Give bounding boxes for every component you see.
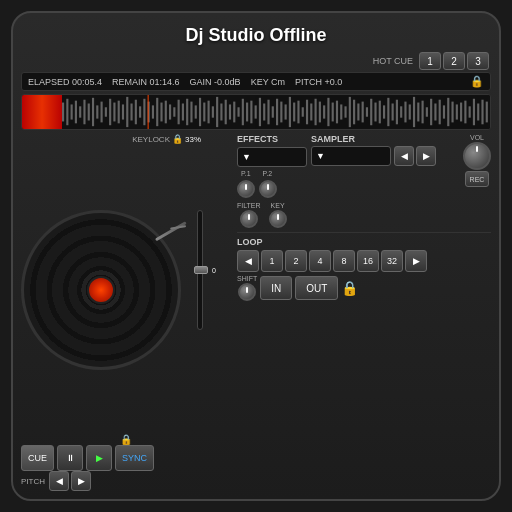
key-knob[interactable]: [269, 210, 287, 228]
loop-prev-button[interactable]: ◀: [237, 250, 259, 272]
loop-in-button[interactable]: IN: [260, 276, 292, 300]
info-lock-icon: 🔒: [470, 75, 484, 88]
svg-rect-1: [62, 103, 64, 122]
svg-rect-91: [447, 98, 449, 126]
loop-btn-8[interactable]: 8: [333, 250, 355, 272]
sampler-group: SAMPLER ▼ ◀ ▶: [311, 134, 436, 166]
loop-in-out-row: SHIFT IN OUT 🔒: [237, 275, 491, 301]
loop-label: LOOP: [237, 237, 491, 247]
filter-knob[interactable]: [240, 210, 258, 228]
svg-rect-65: [336, 101, 338, 124]
left-section: KEYLOCK 🔒 33% 0: [21, 134, 231, 491]
elapsed-text: ELAPSED 00:05.4: [28, 77, 102, 87]
svg-rect-6: [83, 100, 85, 125]
effects-dropdown[interactable]: ▼: [237, 147, 307, 167]
keylock-lock-icon: 🔒: [172, 134, 183, 144]
pitch-prev-button[interactable]: ◀: [49, 471, 69, 491]
key-text: KEY Cm: [251, 77, 285, 87]
hot-cue-label: HOT CUE: [373, 56, 413, 66]
effects-group: EFFECTS ▼ P.1 P.2: [237, 134, 307, 198]
pitch-nav-row: PITCH ◀ ▶: [21, 471, 231, 491]
loop-btn-16[interactable]: 16: [357, 250, 379, 272]
svg-rect-81: [404, 102, 406, 123]
sampler-dropdown[interactable]: ▼: [311, 146, 391, 166]
hot-cue-btn-2[interactable]: 2: [443, 52, 465, 70]
svg-rect-5: [79, 106, 81, 117]
loop-out-button[interactable]: OUT: [295, 276, 338, 300]
svg-rect-14: [118, 101, 120, 124]
gain-text: GAIN -0.0dB: [190, 77, 241, 87]
svg-rect-40: [229, 104, 231, 119]
svg-rect-7: [88, 104, 90, 121]
loop-btn-1[interactable]: 1: [261, 250, 283, 272]
turntable[interactable]: [21, 210, 181, 370]
svg-rect-38: [220, 104, 222, 121]
svg-rect-59: [310, 104, 312, 121]
svg-rect-31: [190, 102, 192, 123]
effects-knob-p1[interactable]: [237, 180, 255, 198]
svg-rect-92: [451, 102, 453, 123]
shift-knob[interactable]: [238, 283, 256, 301]
keylock-percent: 33%: [185, 135, 201, 144]
cue-button[interactable]: CUE: [21, 445, 54, 471]
svg-rect-41: [233, 102, 235, 123]
svg-rect-34: [203, 103, 205, 122]
effects-knob-p2[interactable]: [259, 180, 277, 198]
shift-group: SHIFT: [237, 275, 257, 301]
remain-text: REMAIN 01:14.6: [112, 77, 180, 87]
svg-rect-23: [156, 98, 158, 126]
p2-label: P.2: [263, 170, 273, 177]
loop-next-button[interactable]: ▶: [405, 250, 427, 272]
svg-rect-35: [208, 101, 210, 124]
svg-rect-86: [426, 107, 428, 116]
hot-cue-btn-3[interactable]: 3: [467, 52, 489, 70]
key-label: KEY: [271, 202, 285, 209]
svg-rect-45: [250, 101, 252, 124]
pitch-next-button[interactable]: ▶: [71, 471, 91, 491]
svg-rect-10: [101, 102, 103, 123]
svg-rect-44: [246, 103, 248, 122]
pause-button[interactable]: ⏸: [57, 445, 83, 471]
loop-btn-2[interactable]: 2: [285, 250, 307, 272]
sampler-dropdown-row: ▼ ◀ ▶: [311, 146, 436, 166]
sync-button[interactable]: SYNC: [115, 445, 154, 471]
svg-rect-33: [199, 98, 201, 126]
svg-rect-60: [315, 99, 317, 125]
svg-rect-26: [169, 104, 171, 119]
sampler-prev-button[interactable]: ◀: [394, 146, 414, 166]
sampler-next-button[interactable]: ▶: [416, 146, 436, 166]
rec-button[interactable]: REC: [465, 171, 490, 187]
pitch-track[interactable]: 0: [197, 210, 203, 330]
svg-rect-32: [195, 105, 197, 118]
pitch-handle[interactable]: [194, 266, 208, 274]
play-button[interactable]: ▶: [86, 445, 112, 471]
svg-rect-36: [212, 106, 214, 117]
svg-rect-69: [353, 100, 355, 125]
svg-rect-52: [280, 102, 282, 123]
svg-rect-70: [357, 104, 359, 121]
loop-btn-4[interactable]: 4: [309, 250, 331, 272]
svg-rect-75: [379, 101, 381, 124]
play-icon: ▶: [96, 453, 103, 463]
svg-rect-94: [460, 103, 462, 122]
right-section: EFFECTS ▼ P.1 P.2: [237, 134, 491, 491]
loop-btn-32[interactable]: 32: [381, 250, 403, 272]
svg-rect-51: [276, 99, 278, 125]
sampler-dropdown-arrow: ▼: [316, 151, 325, 161]
transport-row: CUE ⏸ ▶ SYNC: [21, 445, 231, 471]
vol-label: VOL: [470, 134, 484, 141]
svg-rect-28: [178, 100, 180, 125]
vol-area: VOL REC: [463, 134, 491, 187]
svg-rect-90: [443, 105, 445, 118]
filter-key-row: FILTER KEY: [237, 202, 491, 228]
hot-cue-btn-1[interactable]: 1: [419, 52, 441, 70]
svg-rect-55: [293, 103, 295, 122]
vol-knob[interactable]: [463, 142, 491, 170]
svg-rect-58: [306, 100, 308, 125]
svg-rect-77: [387, 98, 389, 126]
info-bar: ELAPSED 00:05.4 REMAIN 01:14.6 GAIN -0.0…: [21, 72, 491, 91]
svg-rect-29: [182, 104, 184, 121]
pitch-label-bottom: PITCH: [21, 477, 45, 486]
key-knob-group: KEY: [269, 202, 287, 228]
svg-rect-89: [439, 100, 441, 125]
